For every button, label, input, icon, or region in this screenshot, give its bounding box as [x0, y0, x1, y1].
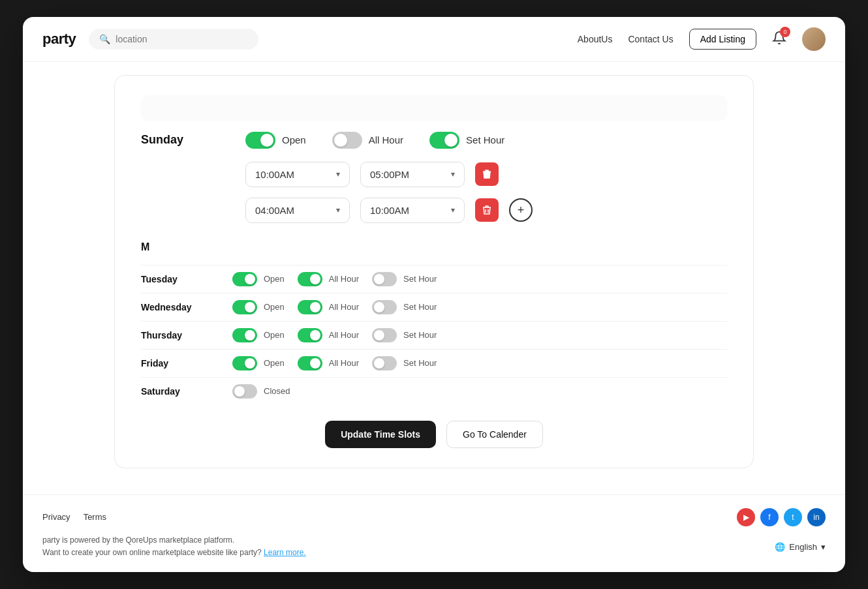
tuesday-sethour-label: Set Hour	[403, 274, 437, 284]
days-table: Tuesday Open All Hour Set Hour	[141, 265, 727, 405]
sunday-allhour-toggle[interactable]	[332, 132, 362, 149]
thursday-label: Thursday	[141, 330, 219, 340]
sunday-open-toggle[interactable]	[245, 132, 275, 149]
learn-more-link[interactable]: Learn more.	[264, 548, 306, 557]
about-us-link[interactable]: AboutUs	[578, 34, 613, 44]
contact-us-link[interactable]: Contact Us	[628, 34, 673, 44]
wednesday-sethour-group: Set Hour	[372, 300, 437, 314]
add-slot-button[interactable]: +	[509, 198, 533, 222]
monday-separator: M	[141, 236, 727, 258]
tuesday-open-label: Open	[264, 274, 285, 284]
notification-button[interactable]: 0	[772, 31, 786, 48]
thursday-allhour-group: All Hour	[298, 328, 359, 342]
chevron-down-icon: ▾	[336, 170, 340, 179]
wednesday-sethour-toggle[interactable]	[372, 300, 397, 314]
twitter-icon[interactable]: t	[784, 508, 802, 526]
friday-open-group: Open	[232, 356, 285, 370]
globe-icon: 🌐	[775, 542, 785, 552]
sunday-sethour-toggle[interactable]	[429, 132, 459, 149]
chevron-down-icon: ▾	[336, 205, 340, 215]
delete-slot-1-button[interactable]	[475, 162, 499, 186]
delete-slot-2-button[interactable]	[475, 198, 499, 222]
thursday-sethour-label: Set Hour	[403, 330, 437, 340]
friday-sethour-toggle[interactable]	[372, 356, 397, 370]
facebook-icon[interactable]: f	[760, 508, 779, 526]
wednesday-row: Wednesday Open All Hour Set Hour	[141, 293, 727, 321]
tuesday-open-toggle[interactable]	[232, 272, 257, 286]
update-time-slots-button[interactable]: Update Time Slots	[325, 421, 436, 448]
thursday-open-group: Open	[232, 328, 285, 342]
start-time-2[interactable]: 04:00AM ▾	[245, 198, 350, 223]
language-label: English	[789, 542, 817, 552]
add-listing-button[interactable]: Add Listing	[689, 29, 756, 50]
saturday-open-group: Closed	[232, 384, 290, 399]
wednesday-allhour-group: All Hour	[298, 300, 359, 314]
logo: party	[42, 31, 76, 48]
thursday-row: Thursday Open All Hour Set Hour	[141, 321, 727, 349]
sunday-section: Sunday Open All Hour Set Hour	[141, 132, 727, 223]
wednesday-label: Wednesday	[141, 302, 219, 312]
time-slot-row-1: 10:00AM ▾ 05:00PM ▾	[245, 162, 727, 187]
end-time-2[interactable]: 10:00AM ▾	[360, 198, 465, 223]
go-to-calendar-button[interactable]: Go To Calender	[446, 421, 543, 448]
friday-open-label: Open	[264, 358, 285, 368]
saturday-open-toggle[interactable]	[232, 384, 257, 399]
end-time-2-value: 10:00AM	[370, 205, 409, 216]
linkedin-icon[interactable]: in	[807, 508, 826, 526]
friday-sethour-group: Set Hour	[372, 356, 437, 370]
social-icons: ▶ f t in	[737, 508, 826, 526]
thursday-allhour-toggle[interactable]	[298, 328, 322, 342]
friday-allhour-toggle[interactable]	[298, 356, 322, 370]
tuesday-allhour-label: All Hour	[329, 274, 359, 284]
youtube-icon[interactable]: ▶	[737, 508, 755, 526]
friday-sethour-label: Set Hour	[403, 358, 437, 368]
start-time-1[interactable]: 10:00AM ▾	[245, 162, 350, 187]
footer-bottom: party is powered by the QoreUps marketpl…	[42, 534, 826, 559]
sunday-label: Sunday	[141, 133, 219, 147]
language-selector[interactable]: 🌐 English ▾	[775, 542, 826, 552]
sunday-allhour-group: All Hour	[332, 132, 403, 149]
sunday-header: Sunday Open All Hour Set Hour	[141, 132, 727, 149]
saturday-label: Saturday	[141, 386, 219, 397]
thursday-sethour-group: Set Hour	[372, 328, 437, 342]
time-slot-row-2: 04:00AM ▾ 10:00AM ▾ +	[245, 198, 727, 223]
footer-text: party is powered by the QoreUps marketpl…	[42, 534, 306, 559]
privacy-link[interactable]: Privacy	[42, 512, 70, 522]
notification-badge: 0	[780, 27, 790, 37]
tuesday-allhour-toggle[interactable]	[298, 272, 322, 286]
thursday-allhour-label: All Hour	[329, 330, 359, 340]
avatar[interactable]	[802, 27, 826, 51]
terms-link[interactable]: Terms	[84, 512, 106, 522]
wednesday-allhour-toggle[interactable]	[298, 300, 322, 314]
header: party 🔍 AboutUs Contact Us Add Listing 0	[23, 17, 845, 62]
end-time-1[interactable]: 05:00PM ▾	[360, 162, 465, 187]
friday-open-toggle[interactable]	[232, 356, 257, 370]
saturday-row: Saturday Closed	[141, 377, 727, 405]
footer-top: Privacy Terms ▶ f t in	[42, 508, 826, 526]
create-text: Want to create your own online marketpla…	[42, 548, 262, 557]
tuesday-label: Tuesday	[141, 274, 219, 284]
search-input[interactable]	[116, 34, 248, 44]
powered-text: party is powered by the QoreUps marketpl…	[42, 536, 234, 545]
wednesday-sethour-label: Set Hour	[403, 302, 437, 312]
thursday-sethour-toggle[interactable]	[372, 328, 397, 342]
sunday-sethour-group: Set Hour	[429, 132, 504, 149]
wednesday-open-toggle[interactable]	[232, 300, 257, 314]
thursday-open-label: Open	[264, 330, 285, 340]
start-time-2-value: 04:00AM	[255, 205, 294, 216]
tuesday-row: Tuesday Open All Hour Set Hour	[141, 265, 727, 293]
thursday-open-toggle[interactable]	[232, 328, 257, 342]
friday-allhour-label: All Hour	[329, 358, 359, 368]
wednesday-open-group: Open	[232, 300, 285, 314]
wednesday-open-label: Open	[264, 302, 285, 312]
tuesday-sethour-group: Set Hour	[372, 272, 437, 286]
search-icon: 🔍	[99, 34, 110, 44]
wednesday-allhour-label: All Hour	[329, 302, 359, 312]
chevron-down-icon: ▾	[821, 542, 826, 552]
sunday-allhour-label: All Hour	[369, 134, 403, 145]
search-bar[interactable]: 🔍	[89, 29, 258, 50]
time-slots-card: Sunday Open All Hour Set Hour	[114, 75, 754, 468]
start-time-1-value: 10:00AM	[255, 169, 294, 180]
chevron-down-icon: ▾	[451, 170, 455, 179]
tuesday-sethour-toggle[interactable]	[372, 272, 397, 286]
